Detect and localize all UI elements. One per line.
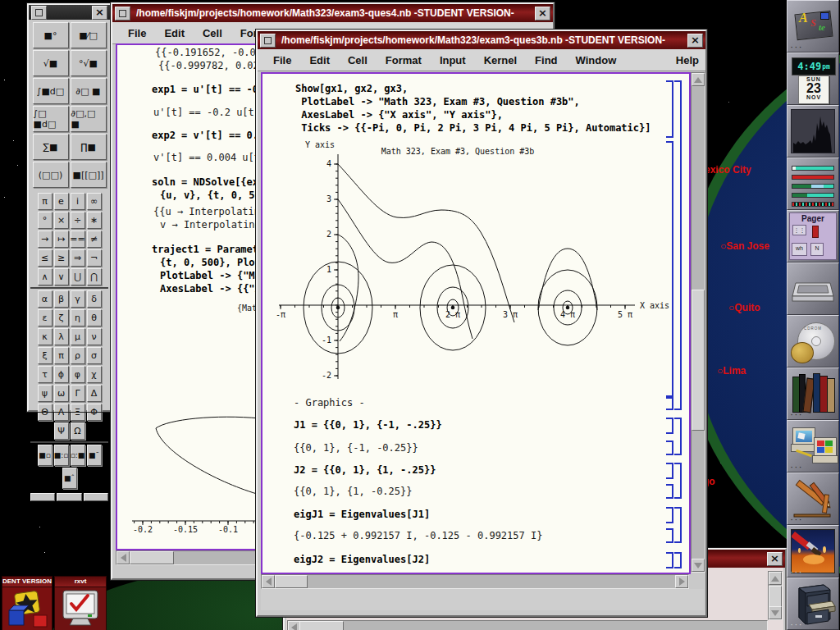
palette-symbol-÷[interactable]: ÷ [71,212,85,229]
palette-symbol-ψ[interactable]: ψ [38,385,52,402]
palette-symbol-¬[interactable]: ¬ [87,249,102,267]
minimized-icon-rxvt[interactable]: rxvt [54,576,107,630]
palette-symbol-⋃[interactable]: ⋃ [71,268,85,285]
pager-mini-window-n[interactable]: N [810,243,824,256]
scrollbar-thumb[interactable] [130,551,174,564]
palette-symbol-μ[interactable]: μ [71,328,85,345]
dock-tile-pager[interactable]: Pager ⋮⋮ wh N [787,210,839,262]
palette-template-button-3[interactable]: °√■ [71,50,107,76]
palette-symbol-Θ[interactable]: Θ [38,404,52,421]
dock-tile-tray[interactable] [787,262,839,315]
pager-active-window[interactable] [812,226,819,238]
window-menu-button[interactable] [31,6,47,20]
palette-symbol-χ[interactable]: χ [87,366,102,383]
palette-template-button-6[interactable]: ∫□ ■d□ [33,106,69,132]
palette-symbol-β[interactable]: β [54,290,69,308]
window-menu-button[interactable] [115,7,130,21]
palette-symbol-↦[interactable]: ↦ [54,231,69,248]
menu-file[interactable]: File [264,54,300,66]
cell-bracket[interactable] [666,418,673,434]
cell-group-bracket[interactable] [674,552,682,568]
cell-bracket[interactable] [666,552,673,568]
palette-symbol-∞[interactable]: ∞ [87,193,102,210]
palette-symbol-°[interactable]: ° [38,212,52,229]
cell-group-bracket[interactable] [674,418,682,455]
palette-symbol-ζ[interactable]: ζ [54,309,69,326]
palette-symbol-∨[interactable]: ∨ [54,268,69,285]
cell-group-bracket[interactable] [674,507,682,543]
dock-tile-afterstep-logo[interactable]: A S te ··· [787,0,839,52]
palette-symbol-γ[interactable]: γ [71,290,85,308]
menu-kernel[interactable]: Kernel [475,54,526,66]
palette-symbol-Γ[interactable]: Γ [71,385,85,402]
palette-symbol-τ[interactable]: τ [38,366,52,383]
scroll-right-button[interactable] [675,575,688,588]
palette-symbol-Ψ[interactable]: Ψ [54,422,69,440]
close-button[interactable]: × [535,7,550,21]
menu-edit[interactable]: Edit [155,27,194,39]
palette-symbol-≠[interactable]: ≠ [87,231,102,248]
cell-bracket[interactable] [666,141,673,399]
palette-symbol-→[interactable]: → [38,231,52,248]
close-button[interactable]: × [767,552,783,566]
scroll-down-button[interactable] [769,606,782,619]
palette-symbol-ν[interactable]: ν [87,328,102,345]
menu-input[interactable]: Input [431,54,475,66]
pager-panel[interactable]: Pager ⋮⋮ wh N [789,212,837,260]
horizontal-scrollbar[interactable] [261,574,689,589]
palette-symbol-Λ[interactable]: Λ [54,404,69,421]
palette-symbol-ξ[interactable]: ξ [38,347,52,364]
palette-template-button-5[interactable]: ∂□ ■ [71,78,107,104]
menu-help[interactable]: Help [667,54,705,66]
scroll-left-button[interactable] [116,551,130,564]
palette-script-button-3[interactable]: ■¯ [87,445,102,466]
scroll-up-button[interactable] [769,572,782,585]
palette-symbol-Δ[interactable]: Δ [87,385,102,402]
palette-symbol-⇒[interactable]: ⇒ [71,249,85,267]
palette-template-button-10[interactable]: (□□) [33,162,69,188]
menu-edit[interactable]: Edit [300,54,339,66]
cell-bracket[interactable] [666,484,673,499]
palette-symbol-≥[interactable]: ≥ [54,249,69,267]
scrollbar-thumb[interactable] [275,575,308,588]
palette-symbol-Ω[interactable]: Ω [71,422,85,440]
scroll-left-button[interactable] [262,575,275,588]
palette-symbol-λ[interactable]: λ [54,328,69,345]
palette-symbol-≤[interactable]: ≤ [38,249,52,267]
cell-bracket[interactable] [666,463,673,479]
vertical-scrollbar[interactable] [691,72,705,573]
palette-symbol-π[interactable]: π [54,347,69,364]
palette-template-button-11[interactable]: ■[[□]] [71,162,107,188]
palette-script-button-0[interactable]: ■▫ [38,445,52,466]
palette-symbol-ω[interactable]: ω [54,385,69,402]
palette-script-button-4[interactable]: ■ˆ [62,468,77,489]
palette-titlebar[interactable]: × [29,5,110,20]
palette-symbol-Ξ[interactable]: Ξ [71,404,85,421]
dock-tile-books[interactable]: ··· [787,368,839,420]
palette-symbol-θ[interactable]: θ [87,309,102,326]
cell-group-bracket[interactable] [674,463,682,499]
cell-bracket[interactable] [666,441,673,455]
dock-tile-network[interactable]: ··· [787,420,839,472]
palette-template-button-1[interactable]: ■⁄□ [71,22,107,48]
palette-template-button-9[interactable]: ∏■ [71,134,107,160]
palette-symbol-δ[interactable]: δ [87,290,102,308]
palette-symbol-⋂[interactable]: ⋂ [87,268,102,285]
input-cell[interactable]: Show[gx1, gx2, gx3, PlotLabel -> "Math 3… [295,82,651,135]
cell-bracket[interactable] [666,528,673,543]
dock-tile-meters[interactable] [787,158,839,210]
palette-symbol-σ[interactable]: σ [87,347,102,364]
palette-template-button-7[interactable]: ∂□,□ ■ [71,106,107,132]
menu-file[interactable]: File [119,27,155,39]
palette-symbol-π[interactable]: π [38,193,52,210]
pager-mini-window-wh[interactable]: wh [792,243,807,256]
cell-group-bracket[interactable] [674,80,682,410]
scrollbar-thumb[interactable] [692,290,705,431]
scroll-up-button[interactable] [692,73,705,86]
cell-bracket[interactable] [666,507,673,523]
cell-bracket[interactable] [666,80,673,138]
palette-symbol-φ[interactable]: φ [71,366,85,383]
menu-cell[interactable]: Cell [194,27,231,39]
menu-cell[interactable]: Cell [339,54,377,66]
menu-window[interactable]: Window [567,54,626,66]
